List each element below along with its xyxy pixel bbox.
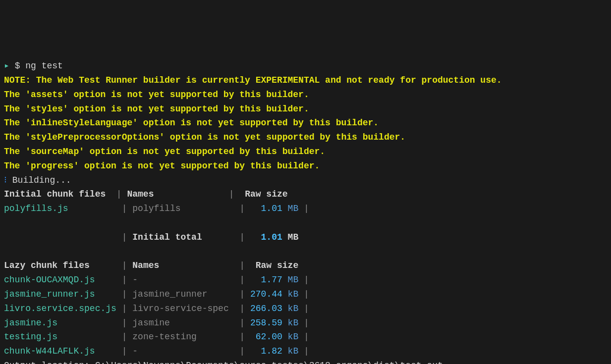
warning-progress: The 'progress' option is not yet support… [4, 159, 607, 173]
lazy-file: livro.service.spec.js [4, 304, 116, 313]
lazy-name: - [132, 275, 138, 285]
initial-total-label: Initial total [132, 232, 202, 242]
lazy-header-files: Lazy chunk files [4, 260, 90, 270]
warning-style-preprocessor-options: The 'stylePreprocessorOptions' option is… [4, 130, 607, 145]
lazy-file: chunk-W44LAFLK.js [4, 346, 95, 356]
lazy-size-val: 270.44 [250, 289, 282, 299]
lazy-row: chunk-W44LAFLK.js | - | 1.82 kB | [4, 344, 607, 359]
building-text: Building... [12, 175, 71, 185]
lazy-row: chunk-OUCAXMQD.js | - | 1.77 MB | [4, 273, 607, 287]
lazy-size-unit: kB [288, 304, 299, 313]
initial-total-unit: MB [288, 232, 299, 242]
initial-header-names: Names [127, 189, 154, 199]
initial-header-size: Raw size [245, 189, 287, 199]
lazy-size-unit: MB [288, 275, 299, 285]
lazy-size-unit: kB [288, 346, 299, 356]
initial-size-val: 1.01 [250, 204, 282, 213]
lazy-header-size: Raw size [256, 260, 298, 270]
output-location-label: Output location: [4, 361, 95, 364]
lazy-name: - [132, 346, 138, 356]
warning-inline-style-language: The 'inlineStyleLanguage' option is not … [4, 116, 607, 130]
lazy-file: jasmine_runner.js [4, 289, 95, 299]
lazy-size-unit: kB [288, 289, 299, 299]
lazy-file: jasmine.js [4, 318, 57, 328]
lazy-row: testing.js | zone-testing | 62.00 kB | [4, 330, 607, 344]
lazy-size-val: 266.03 [250, 304, 282, 313]
initial-total: | Initial total | 1.01 MB [4, 230, 607, 245]
command-text: ng test [25, 61, 63, 71]
lazy-size-val: 1.82 [250, 346, 282, 356]
building-line: ⁝ Building... [4, 173, 607, 188]
warning-source-map: The 'sourceMap' option is not yet suppor… [4, 145, 607, 159]
lazy-size-unit: kB [288, 318, 299, 328]
lazy-size-unit: kB [288, 332, 299, 342]
lazy-name: zone-testing [132, 332, 197, 342]
lazy-header-names: Names [132, 260, 159, 270]
output-location: Output location: C:\Users\Nayanne\Docume… [4, 359, 607, 364]
command-line: ▸ $ ng test [4, 59, 607, 73]
output-location-path: C:\Users\Nayanne\Documents\curso-testes\… [95, 361, 443, 364]
prompt-symbol: $ [15, 61, 20, 71]
building-icon: ⁝ [4, 175, 7, 185]
lazy-row: jasmine_runner.js | jasmine_runner | 270… [4, 287, 607, 302]
lazy-file: chunk-OUCAXMQD.js [4, 275, 95, 285]
warning-assets: The 'assets' option is not yet supported… [4, 88, 607, 102]
initial-row: polyfills.js | polyfills | 1.01 MB | [4, 202, 607, 216]
prompt-marker: ▸ [4, 61, 9, 71]
lazy-name: jasmine [132, 318, 170, 328]
warning-styles: The 'styles' option is not yet supported… [4, 102, 607, 116]
lazy-name: livro-service-spec [132, 304, 228, 313]
initial-header-files: Initial chunk files [4, 189, 106, 199]
initial-name: polyfills [132, 204, 180, 213]
terminal-output: ▸ $ ng testNOTE: The Web Test Runner bui… [4, 59, 607, 364]
lazy-name: jasmine_runner [132, 289, 207, 299]
lazy-size-val: 1.77 [250, 275, 282, 285]
initial-size-unit: MB [288, 204, 299, 213]
lazy-row: livro.service.spec.js | livro-service-sp… [4, 302, 607, 316]
initial-total-val: 1.01 [250, 232, 282, 242]
lazy-file: testing.js [4, 332, 57, 342]
lazy-header: Lazy chunk files | Names | Raw size [4, 259, 607, 273]
lazy-row: jasmine.js | jasmine | 258.59 kB | [4, 316, 607, 330]
warning-note: NOTE: The Web Test Runner builder is cur… [4, 73, 607, 88]
initial-header: Initial chunk files | Names | Raw size [4, 187, 607, 202]
lazy-size-val: 62.00 [250, 332, 282, 342]
lazy-size-val: 258.59 [250, 318, 282, 328]
initial-file: polyfills.js [4, 204, 68, 213]
